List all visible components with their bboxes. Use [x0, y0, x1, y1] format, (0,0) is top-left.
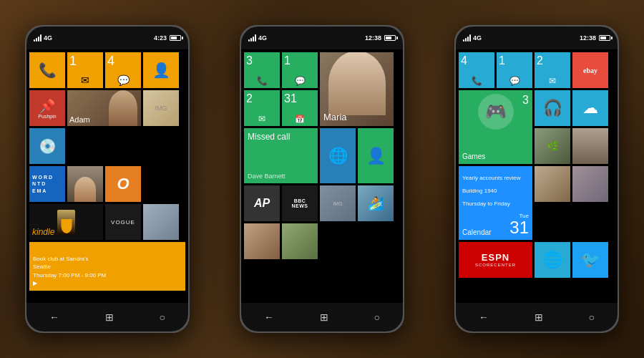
tile-phone1-kindle[interactable]: kindle — [29, 204, 103, 240]
tile-phone1-photo[interactable]: IMG — [143, 90, 179, 126]
tile-phone1-vogue[interactable]: VOGUE — [105, 204, 141, 240]
phone1-search-button[interactable]: ○ — [160, 311, 165, 323]
phone2-status-right: 12:38 — [365, 34, 396, 42]
phone1-home-button[interactable]: ⊞ — [105, 311, 114, 323]
tile-phone3-espn[interactable]: ESPN SCORECENTER — [459, 242, 532, 278]
phone3-back-button[interactable]: ← — [479, 311, 489, 323]
tile-phone2-ap[interactable]: AP — [244, 185, 280, 221]
tile-phone1-messages[interactable]: 4 💬 — [105, 52, 141, 88]
phone3-nav-bar: ← ⊞ ○ — [456, 303, 618, 332]
tile-phone2-mail[interactable]: 2 ✉ — [244, 90, 280, 126]
tile-phone3-empty1 — [535, 204, 570, 240]
phone3-screen: 4 📞 1 💬 2 ✉ ebay 🎮 — [456, 49, 618, 303]
tile-phone3-headphones[interactable]: 🎧 — [535, 90, 570, 126]
phone-3: 4G 12:38 4 📞 1 💬 2 ✉ — [454, 25, 619, 333]
tile-phone3-calendar[interactable]: Yearly accounts reviewBuilding 1940Thurs… — [459, 166, 532, 240]
tile-phone1-photo2[interactable] — [143, 204, 179, 240]
tile-phone1-word[interactable]: W O R DN T DE M A — [29, 166, 65, 202]
tile-phone2-missed-call[interactable]: Missed call Dave Barnett — [244, 128, 318, 183]
tile-phone1-person[interactable]: 👤 — [143, 52, 179, 88]
tile-phone2-photo4 — [358, 223, 394, 259]
tile-phone3-phone[interactable]: 4 📞 — [459, 52, 494, 88]
tile-phone3-xbox-games[interactable]: 🎮 3 Games — [459, 90, 532, 164]
tile-phone3-ie[interactable]: 🌐 — [535, 242, 570, 278]
phone1-screen: 📞 1 ✉ 4 💬 👤 📌 Pushpin — [26, 49, 188, 303]
phone3-signal-icon — [463, 34, 471, 42]
tile-phone2-bbc[interactable]: BBCNEWS — [282, 185, 318, 221]
phone1-network: 4G — [44, 34, 52, 42]
phone2-status-bar: 4G 12:38 — [241, 26, 403, 49]
tile-phone2-msg[interactable]: 1 💬 — [282, 52, 318, 88]
phone1-time: 4:23 — [154, 34, 167, 42]
phone2-battery-icon — [384, 35, 396, 41]
tile-phone1-person2[interactable] — [67, 166, 103, 202]
phone-2: 4G 12:38 3 📞 1 💬 — [240, 25, 404, 333]
phone1-battery-fill — [171, 37, 177, 39]
tile-phone2-calendar[interactable]: 31 📅 — [282, 90, 318, 126]
tile-phone3-mail[interactable]: 2 ✉ — [535, 52, 570, 88]
tile-phone1-phone[interactable]: 📞 — [29, 52, 65, 88]
tile-phone3-cloud[interactable]: ☁ — [572, 90, 608, 126]
tile-phone2-person[interactable]: 👤 — [358, 128, 394, 183]
tile-phone3-empty2 — [572, 204, 608, 240]
phone2-signal-icon — [248, 34, 256, 42]
tile-phone3-photo-row[interactable] — [535, 166, 570, 202]
phone2-network: 4G — [258, 34, 267, 42]
phone3-status-left: 4G — [463, 34, 482, 42]
tile-phone1-empty — [143, 166, 179, 202]
phone2-search-button[interactable]: ○ — [374, 311, 380, 323]
tile-phone2-usa-today[interactable]: IMG — [320, 185, 356, 221]
phone3-battery-icon — [599, 35, 610, 41]
phone3-battery-fill — [600, 37, 606, 39]
tile-phone1-disc[interactable]: 💿 — [29, 128, 65, 164]
phone2-screen: 3 📞 1 💬 Maria 2 ✉ — [241, 49, 403, 303]
tile-phone3-photo-row2[interactable] — [572, 166, 608, 202]
phone3-status-right: 12:38 — [580, 34, 610, 42]
tile-phone1-outlook[interactable]: O — [105, 166, 141, 202]
phone3-status-bar: 4G 12:38 — [456, 26, 618, 49]
tile-phone2-ie[interactable]: 🌐 — [320, 128, 356, 183]
phone2-time: 12:38 — [365, 34, 381, 42]
phone1-back-button[interactable]: ← — [49, 311, 59, 323]
phone2-nav-bar: ← ⊞ ○ — [241, 303, 403, 332]
tile-phone3-person-photo[interactable] — [572, 128, 608, 164]
phone1-status-left: 4G — [34, 34, 52, 42]
phone3-network: 4G — [473, 34, 482, 42]
tile-phone1-calendar[interactable]: Book club at Sandra'sSeattleThursday 7:0… — [29, 242, 185, 291]
phone2-status-left: 4G — [248, 34, 267, 42]
phone2-home-button[interactable]: ⊞ — [320, 311, 328, 323]
phone2-back-button[interactable]: ← — [264, 311, 274, 323]
phone1-nav-bar: ← ⊞ ○ — [26, 303, 188, 332]
phone1-status-right: 4:23 — [154, 34, 181, 42]
tile-phone1-mail[interactable]: 1 ✉ — [67, 52, 103, 88]
phone-1: 4G 4:23 📞 1 ✉ 4 💬 — [25, 25, 190, 333]
tile-phone2-photo3 — [320, 223, 356, 259]
phone2-battery-fill — [386, 37, 391, 39]
tile-phone2-maria[interactable]: Maria — [320, 52, 394, 126]
tile-phone3-msg[interactable]: 1 💬 — [497, 52, 532, 88]
phone3-home-button[interactable]: ⊞ — [535, 311, 543, 323]
tile-phone2-photo2[interactable] — [282, 223, 318, 259]
tile-phone3-twitter[interactable]: 🐦 — [572, 242, 608, 278]
tile-phone1-adam[interactable]: Adam — [67, 90, 141, 126]
tile-phone2-surf[interactable]: 🏄 — [358, 185, 394, 221]
tile-phone2-photo1[interactable] — [244, 223, 280, 259]
phone3-time: 12:38 — [580, 34, 596, 42]
phone3-search-button[interactable]: ○ — [589, 311, 595, 323]
phone1-signal-icon — [34, 34, 42, 42]
tile-phone1-pushpin[interactable]: 📌 Pushpin — [29, 90, 65, 126]
tile-phone3-plants[interactable]: 🌿 — [535, 128, 570, 164]
phone1-battery-icon — [170, 35, 181, 41]
phone1-status-bar: 4G 4:23 — [26, 26, 188, 49]
tile-phone3-ebay[interactable]: ebay — [572, 52, 608, 88]
tile-phone2-phone[interactable]: 3 📞 — [244, 52, 280, 88]
